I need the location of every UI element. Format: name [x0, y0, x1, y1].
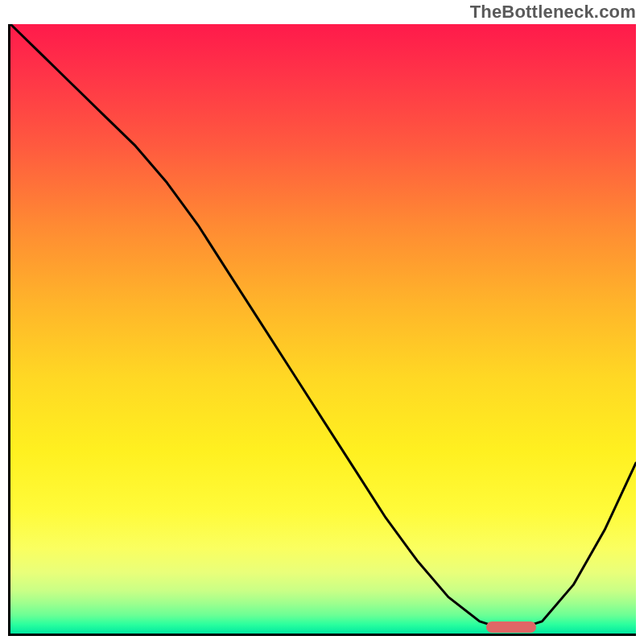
- bottleneck-curve-path: [10, 24, 636, 627]
- optimal-marker: [486, 621, 536, 633]
- watermark-text: TheBottleneck.com: [470, 2, 636, 23]
- chart-container: TheBottleneck.com: [0, 0, 644, 644]
- plot-area: [8, 24, 636, 636]
- curve-layer: [10, 24, 636, 634]
